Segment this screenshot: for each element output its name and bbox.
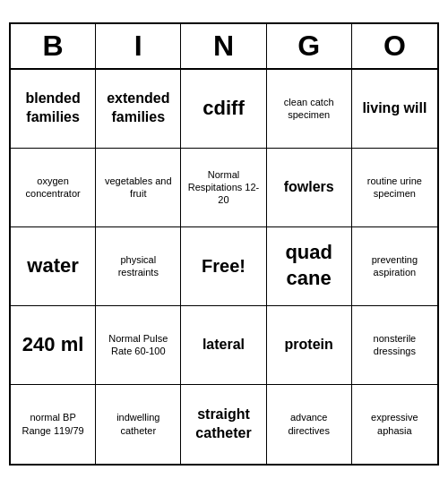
bingo-cell: expressive aphasia xyxy=(352,385,437,464)
cell-text: oxygen concentrator xyxy=(14,175,91,201)
cell-text: preventing aspiration xyxy=(356,253,434,279)
header-letter: I xyxy=(96,24,181,68)
cell-text: living will xyxy=(362,99,426,118)
cell-text: extended families xyxy=(99,90,177,127)
bingo-cell: extended families xyxy=(96,70,181,149)
bingo-cell: living will xyxy=(352,70,437,149)
bingo-cell: protein xyxy=(267,306,352,385)
bingo-cell: straight catheter xyxy=(181,385,266,464)
header-letter: O xyxy=(352,24,437,68)
bingo-cell: indwelling catheter xyxy=(96,385,181,464)
bingo-cell: water xyxy=(11,227,96,306)
bingo-cell: physical restraints xyxy=(96,227,181,306)
bingo-cell: normal BP Range 119/79 xyxy=(11,385,96,464)
bingo-cell: routine urine specimen xyxy=(352,149,437,227)
cell-text: lateral xyxy=(202,336,245,355)
cell-text: blended families xyxy=(14,90,91,127)
cell-text: protein xyxy=(285,336,333,355)
bingo-grid: blended familiesextended familiescdiffcl… xyxy=(11,70,437,464)
cell-text: 240 ml xyxy=(22,332,84,358)
bingo-cell: Normal Pulse Rate 60-100 xyxy=(96,306,181,385)
cell-text: cdiff xyxy=(202,96,244,122)
bingo-cell: lateral xyxy=(181,306,266,385)
cell-text: clean catch specimen xyxy=(271,96,348,122)
cell-text: Normal Respitations 12-20 xyxy=(185,168,262,207)
cell-text: normal BP Range 119/79 xyxy=(14,411,91,437)
bingo-cell: Normal Respitations 12-20 xyxy=(181,149,266,227)
cell-text: Free! xyxy=(202,254,246,278)
bingo-cell: Free! xyxy=(181,227,266,306)
cell-text: water xyxy=(27,253,78,279)
header-letter: B xyxy=(11,24,96,68)
cell-text: Normal Pulse Rate 60-100 xyxy=(99,332,177,358)
bingo-cell: fowlers xyxy=(267,149,352,227)
cell-text: fowlers xyxy=(284,178,334,197)
bingo-cell: cdiff xyxy=(181,70,266,149)
header-letter: N xyxy=(181,24,266,68)
cell-text: vegetables and fruit xyxy=(99,175,177,201)
bingo-cell: quad cane xyxy=(267,227,352,306)
cell-text: indwelling catheter xyxy=(99,411,177,437)
bingo-cell: clean catch specimen xyxy=(267,70,352,149)
cell-text: straight catheter xyxy=(185,406,262,443)
cell-text: nonsterile dressings xyxy=(356,332,434,358)
cell-text: quad cane xyxy=(271,240,348,291)
bingo-cell: blended families xyxy=(11,70,96,149)
cell-text: advance directives xyxy=(271,411,348,437)
cell-text: physical restraints xyxy=(99,253,177,279)
header-letter: G xyxy=(267,24,352,68)
bingo-cell: nonsterile dressings xyxy=(352,306,437,385)
bingo-cell: oxygen concentrator xyxy=(11,149,96,227)
cell-text: routine urine specimen xyxy=(356,175,434,201)
cell-text: expressive aphasia xyxy=(356,411,434,437)
bingo-cell: vegetables and fruit xyxy=(96,149,181,227)
bingo-cell: preventing aspiration xyxy=(352,227,437,306)
bingo-cell: 240 ml xyxy=(11,306,96,385)
bingo-card: BINGO blended familiesextended familiesc… xyxy=(9,22,439,466)
bingo-cell: advance directives xyxy=(267,385,352,464)
bingo-header: BINGO xyxy=(11,24,437,70)
